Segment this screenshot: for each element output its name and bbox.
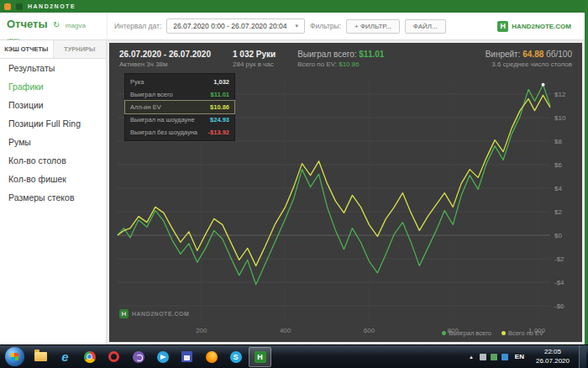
sidebar-item-results[interactable]: Результаты: [0, 59, 106, 77]
tray-icon-2[interactable]: [491, 354, 497, 360]
sidebar-item-rooms[interactable]: Румы: [0, 133, 106, 151]
folder-icon[interactable]: [29, 347, 52, 367]
add-filter-button[interactable]: + ФИЛЬТР...: [346, 19, 400, 34]
clock-date: 26.07.2020: [536, 357, 570, 365]
internet-explorer-icon[interactable]: e: [54, 347, 76, 367]
svg-text:-$4: -$4: [554, 279, 564, 287]
toolbar: Интервал дат: 26.07.2020 0:00 - 26.07.20…: [107, 13, 585, 39]
tooltip-row: Алл-ин EV$10.86: [125, 101, 234, 113]
tab-cash-reports[interactable]: КЭШ ОТЧЕТЫ: [0, 40, 53, 58]
tooltip-row: Выиграл без шоудауна-$13.92: [125, 126, 234, 139]
tooltip-row: Рука1,032: [125, 76, 234, 88]
hands-per-hour: 284 рук в час: [233, 60, 276, 68]
sidebar-tabs: КЭШ ОТЧЕТЫ ТУРНИРЫ: [0, 40, 106, 59]
interval-select[interactable]: 26.07.2020 0:00 - 26.07.2020 20:04 ▾: [166, 18, 305, 34]
date-range-value: 26.07.2020 - 26.07.2020: [119, 50, 211, 59]
skype-icon[interactable]: S: [224, 347, 247, 367]
interval-value: 26.07.2020 0:00 - 26.07.2020 20:04: [173, 22, 286, 30]
chart-legend: Выиграл всегоВсего по EV: [442, 329, 543, 337]
sidebar-item-stack-sizes[interactable]: Размеры стеков: [0, 188, 106, 207]
clock[interactable]: 22:05 26.07.2020: [531, 348, 575, 365]
main-area: 26.07.2020 - 26.07.2020 Активен 3ч 38м 1…: [107, 40, 585, 344]
file-button[interactable]: ФАЙЛ...: [405, 19, 446, 34]
hands-value: 1 032 Руки: [233, 50, 276, 59]
svg-text:200: 200: [196, 327, 207, 334]
stat-date-range: 26.07.2020 - 26.07.2020 Активен 3ч 38м: [119, 50, 211, 68]
legend-item[interactable]: Всего по EV: [501, 329, 543, 337]
active-time: Активен 3ч 38м: [119, 60, 211, 68]
svg-text:$12: $12: [554, 91, 566, 98]
legend-item[interactable]: Выиграл всего: [442, 329, 491, 337]
sidebar-item-positions-full-ring[interactable]: Позиции Full Ring: [0, 114, 106, 133]
firefox-icon[interactable]: [200, 347, 223, 367]
tray-icon-3[interactable]: [501, 354, 508, 360]
viber-icon[interactable]: [127, 347, 150, 367]
watermark: H HAND2NOTE.COM: [119, 309, 189, 318]
stat-hands: 1 032 Руки 284 рук в час: [233, 50, 276, 68]
tooltip-row: Выиграл всего$11.01: [125, 88, 234, 101]
svg-text:600: 600: [364, 327, 375, 334]
system-tray: ▲ EN 22:05 26.07.2020: [467, 345, 586, 368]
won-value: $11.01: [359, 50, 384, 59]
sidebar: КЭШ ОТЧЕТЫ ТУРНИРЫ Результаты Графики По…: [0, 40, 107, 344]
hand2note-logo-icon: H: [497, 21, 508, 32]
watermark-text: HAND2NOTE.COM: [132, 311, 189, 317]
show-desktop-button[interactable]: [579, 345, 586, 368]
tooltip-row: Выиграл на шоудауне$24.93: [125, 113, 234, 126]
chart-tooltip: Рука1,032 Выиграл всего$11.01 Алл-ин EV$…: [124, 73, 235, 141]
chart-panel: 26.07.2020 - 26.07.2020 Активен 3ч 38м 1…: [109, 43, 582, 342]
winrate-value: 64.88: [522, 50, 543, 59]
telegram-icon[interactable]: [151, 347, 174, 367]
start-button[interactable]: [5, 347, 24, 366]
chart-plot[interactable]: $12$10$8$6$4$2$0-$2-$4-$62004006008001 0…: [113, 71, 579, 339]
svg-text:400: 400: [280, 327, 291, 334]
ev-label: Всего по EV:: [297, 60, 337, 68]
sidebar-item-table-count[interactable]: Кол-во столов: [0, 151, 106, 170]
svg-text:$4: $4: [554, 185, 562, 192]
interval-label: Интервал дат:: [114, 22, 161, 30]
stat-winnings: Выиграл всего: $11.01 Всего по EV: $10.8…: [297, 50, 384, 68]
svg-text:-$2: -$2: [554, 255, 564, 263]
hand2note-watermark-icon: H: [119, 309, 129, 318]
app-window: HAND2NOTE Отчеты ↻ magva (PS) Интервал д…: [0, 0, 585, 344]
sidebar-item-chip-count[interactable]: Кол-во фишек: [0, 170, 106, 188]
header-left: Отчеты ↻ magva (PS): [0, 13, 107, 39]
hand2note-taskbar-icon[interactable]: H: [249, 347, 271, 367]
chevron-down-icon: ▾: [295, 23, 298, 29]
tray-icon-1[interactable]: [480, 354, 486, 360]
legend-dot: [442, 331, 446, 335]
refresh-icon[interactable]: ↻: [53, 20, 60, 29]
page-title: Отчеты: [7, 18, 48, 30]
opera-icon[interactable]: [102, 347, 125, 367]
secondary-app-icon: [16, 3, 23, 10]
won-label: Выиграл всего:: [297, 50, 356, 59]
save-app-icon[interactable]: [176, 347, 198, 367]
tray-expand-icon[interactable]: ▲: [467, 355, 475, 360]
taskbar: e S H ▲ EN 22:05 26.07.2020: [0, 344, 588, 368]
stats-header: 26.07.2020 - 26.07.2020 Активен 3ч 38м 1…: [109, 43, 582, 70]
chrome-icon[interactable]: [78, 347, 101, 367]
app-icon: [4, 3, 11, 10]
svg-text:$0: $0: [554, 232, 562, 239]
body: КЭШ ОТЧЕТЫ ТУРНИРЫ Результаты Графики По…: [0, 40, 585, 344]
stat-winrate: Винрейт: 64.88 бб/100 3.6 среднее число …: [486, 50, 572, 68]
sidebar-item-graphs[interactable]: Графики: [0, 77, 106, 96]
svg-text:$8: $8: [554, 138, 562, 145]
svg-text:$10: $10: [554, 114, 566, 122]
sidebar-item-positions[interactable]: Позиции: [0, 96, 106, 114]
brand-logo[interactable]: H HAND2NOTE.COM: [497, 21, 578, 32]
avg-tables: 3.6 среднее число столов: [486, 60, 572, 68]
brand-text: HAND2NOTE.COM: [512, 23, 571, 30]
header: Отчеты ↻ magva (PS) Интервал дат: 26.07.…: [0, 13, 585, 40]
clock-time: 22:05: [536, 348, 570, 356]
winrate-label: Винрейт:: [486, 50, 521, 59]
filters-label: Фильтры:: [310, 22, 341, 30]
window-title: HAND2NOTE: [28, 3, 76, 9]
language-indicator[interactable]: EN: [512, 353, 527, 360]
ev-value: $10.86: [339, 60, 359, 68]
svg-text:$6: $6: [554, 161, 562, 169]
tab-tournaments[interactable]: ТУРНИРЫ: [53, 40, 107, 58]
svg-text:$2: $2: [554, 208, 562, 216]
titlebar: HAND2NOTE: [0, 0, 585, 13]
svg-text:-$6: -$6: [554, 302, 564, 310]
